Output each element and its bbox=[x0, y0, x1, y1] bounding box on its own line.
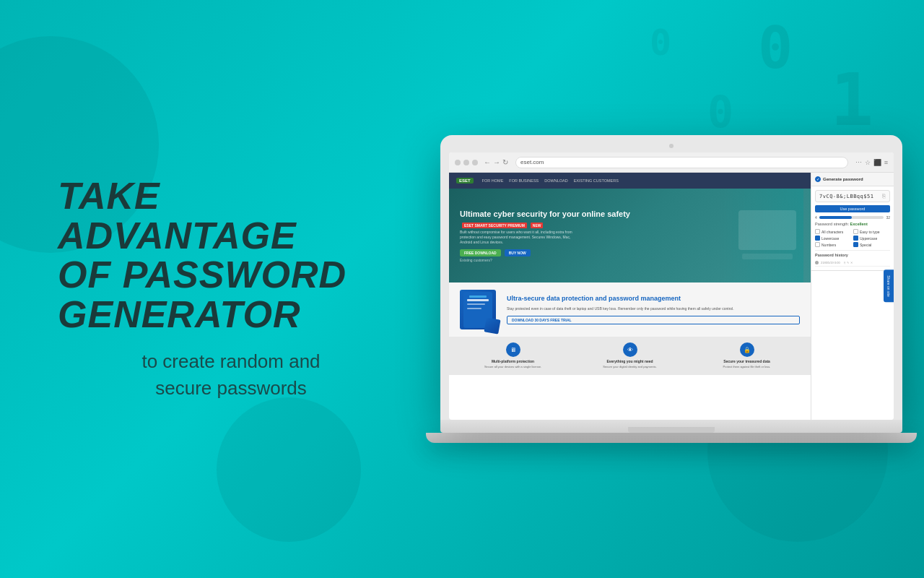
subtext: to create random andsecure passwords bbox=[58, 349, 404, 402]
feature-secure-data: 🔒 Secure your treasured data Protect the… bbox=[690, 342, 803, 369]
browser-back-icon[interactable]: ← bbox=[484, 158, 491, 166]
hero-title: Ultimate cyber security for your online … bbox=[460, 209, 630, 219]
nav-existing[interactable]: EXISTING CUSTOMERS bbox=[574, 178, 619, 183]
password-panel-title: Generate password bbox=[823, 177, 863, 181]
feature-1-desc: Secure all your devices with a single li… bbox=[456, 365, 570, 369]
eset-nav-links: FOR HOME FOR BUSINESS DOWNLOAD EXISTING … bbox=[482, 178, 619, 183]
website-content: ESET FOR HOME FOR BUSINESS DOWNLOAD EXIS… bbox=[449, 173, 894, 420]
product-box-image bbox=[460, 290, 496, 329]
svg-rect-6 bbox=[469, 296, 487, 298]
feature-3-desc: Protect them against file theft or loss. bbox=[690, 365, 803, 369]
hero-image bbox=[717, 189, 803, 282]
checkbox-all-chars[interactable] bbox=[815, 229, 820, 234]
trial-button[interactable]: DOWNLOAD 30 DAYS FREE TRIAL bbox=[507, 316, 800, 324]
laptop-screen-outer: ← → ↻ eset.com ⋯ ☆ ⬛ ≡ bbox=[440, 135, 902, 420]
left-content: TAKE ADVANTAGE OF PASSWORD GENERATOR to … bbox=[58, 176, 404, 401]
secure-data-icon: 🔒 bbox=[740, 342, 754, 357]
copy-icon[interactable]: ⎘ bbox=[882, 193, 886, 199]
feature-everything: 👁 Everything you might need Secure your … bbox=[573, 342, 687, 369]
history-action-delete[interactable]: ✕ bbox=[850, 261, 853, 264]
checkbox-easy-type[interactable] bbox=[853, 229, 858, 234]
laptop: ← → ↻ eset.com ⋯ ☆ ⬛ ≡ bbox=[419, 135, 924, 443]
laptop-mockup: ← → ↻ eset.com ⋯ ☆ ⬛ ≡ bbox=[419, 135, 924, 443]
nav-download[interactable]: DOWNLOAD bbox=[544, 178, 567, 183]
hero-text: Ultimate cyber security for your online … bbox=[460, 209, 630, 262]
binary-digit-1a: 1 bbox=[830, 58, 873, 142]
svg-rect-0 bbox=[738, 210, 796, 250]
option-easy-type: Easy to type bbox=[853, 229, 890, 234]
password-panel-header: ✓ Generate password bbox=[811, 173, 894, 186]
headline: TAKE ADVANTAGE OF PASSWORD GENERATOR bbox=[58, 176, 404, 334]
website-main: ESET FOR HOME FOR BUSINESS DOWNLOAD EXIS… bbox=[449, 173, 811, 420]
checkbox-uppercase[interactable] bbox=[853, 236, 858, 241]
password-options: All characters Easy to type Lowercase bbox=[815, 229, 890, 247]
label-easy-type: Easy to type bbox=[860, 230, 880, 234]
checkbox-lowercase[interactable] bbox=[815, 236, 820, 241]
hero-badge: NEW bbox=[531, 223, 544, 228]
option-all-chars: All characters bbox=[815, 229, 852, 234]
nav-for-business[interactable]: FOR BUSINESS bbox=[509, 178, 539, 183]
browser-settings-icon[interactable]: ≡ bbox=[884, 159, 888, 166]
share-side-tab[interactable]: Share on site bbox=[884, 269, 894, 302]
checkbox-special[interactable] bbox=[853, 242, 858, 247]
buy-button[interactable]: BUY NOW bbox=[505, 249, 531, 256]
browser-btn-3 bbox=[472, 160, 478, 165]
password-generated-section: 7vCQ-8&;LBBqq$51 ⎘ Use password 4 32 bbox=[811, 186, 894, 271]
nav-for-home[interactable]: FOR HOME bbox=[482, 178, 504, 183]
decoration-circle-2 bbox=[217, 397, 361, 542]
label-uppercase: Uppercase bbox=[860, 236, 877, 241]
strength-value: Excellent bbox=[850, 222, 868, 226]
history-action-edit[interactable]: ✎ bbox=[847, 261, 849, 264]
browser-actions: ⋯ ☆ ⬛ ≡ bbox=[855, 159, 888, 166]
feature-2-title: Everything you might need bbox=[573, 359, 687, 363]
browser-forward-icon[interactable]: → bbox=[493, 158, 500, 166]
existing-customers-link[interactable]: Existing customers? bbox=[460, 258, 630, 262]
option-numbers: Numbers bbox=[815, 242, 852, 247]
binary-digit-0b: 0 bbox=[707, 87, 733, 137]
browser-nav[interactable]: ← → ↻ bbox=[484, 158, 508, 166]
browser-star-icon[interactable]: ☆ bbox=[865, 159, 871, 166]
checkbox-numbers[interactable] bbox=[815, 242, 820, 247]
generated-password-field[interactable]: 7vCQ-8&;LBBqq$51 ⎘ bbox=[815, 190, 890, 202]
multiplatform-icon: 🖥 bbox=[506, 342, 520, 357]
password-value: 7vCQ-8&;LBBqq$51 bbox=[819, 194, 873, 199]
history-item-1: 2180/5/19 0:00 ⎘ ✎ ✕ bbox=[815, 259, 890, 267]
hero-product: ESET SMART SECURITY PREMIUM NEW bbox=[460, 223, 630, 228]
headline-line2: OF PASSWORD bbox=[58, 254, 346, 296]
history-date: 2180/5/19 0:00 bbox=[821, 261, 840, 264]
binary-digit-0c: 0 bbox=[650, 22, 671, 64]
slider-track[interactable] bbox=[819, 216, 884, 219]
browser-btn-2 bbox=[463, 160, 469, 165]
label-lowercase: Lowercase bbox=[821, 236, 839, 241]
password-length-slider: 4 32 bbox=[815, 215, 890, 220]
password-strength: Password strength: Excellent bbox=[815, 222, 890, 226]
laptop-foot bbox=[426, 433, 917, 443]
hero-product-name: ESET SMART SECURITY PREMIUM bbox=[462, 223, 527, 228]
browser-toolbar: ← → ↻ eset.com ⋯ ☆ ⬛ ≡ bbox=[449, 152, 894, 173]
label-special: Special bbox=[860, 243, 871, 247]
history-action-copy[interactable]: ⎘ bbox=[844, 261, 845, 264]
browser-extension-icon[interactable]: ⬛ bbox=[873, 159, 881, 166]
eset-hero-banner: Ultimate cyber security for your online … bbox=[449, 189, 811, 282]
browser-url-bar[interactable]: eset.com bbox=[515, 157, 848, 168]
option-lowercase: Lowercase bbox=[815, 236, 852, 241]
download-button[interactable]: FREE DOWNLOAD bbox=[460, 249, 501, 256]
svg-rect-3 bbox=[467, 299, 489, 301]
svg-rect-1 bbox=[742, 254, 793, 259]
eset-navbar: ESET FOR HOME FOR BUSINESS DOWNLOAD EXIS… bbox=[449, 173, 811, 189]
eset-features: 🖥 Multi-platform protection Secure all y… bbox=[449, 337, 811, 375]
browser-refresh-icon[interactable]: ↻ bbox=[502, 158, 508, 166]
hero-buttons: FREE DOWNLOAD BUY NOW bbox=[460, 249, 630, 256]
headline-line3: GENERATOR bbox=[58, 293, 300, 335]
password-history-title: Password history bbox=[815, 250, 890, 257]
max-length-label: 32 bbox=[886, 215, 890, 220]
laptop-camera bbox=[669, 144, 674, 148]
feature-2-desc: Secure your digital identity and payment… bbox=[573, 365, 687, 369]
option-uppercase: Uppercase bbox=[853, 236, 890, 241]
eset-mid-section: Ultra-secure data protection and passwor… bbox=[449, 282, 811, 337]
use-password-button[interactable]: Use password bbox=[815, 205, 890, 212]
hero-description: Built without compromise for users who w… bbox=[460, 230, 575, 245]
eset-logo: ESET bbox=[456, 178, 474, 184]
browser-menu-icon[interactable]: ⋯ bbox=[855, 159, 862, 166]
binary-digit-0a: 0 bbox=[758, 14, 793, 82]
